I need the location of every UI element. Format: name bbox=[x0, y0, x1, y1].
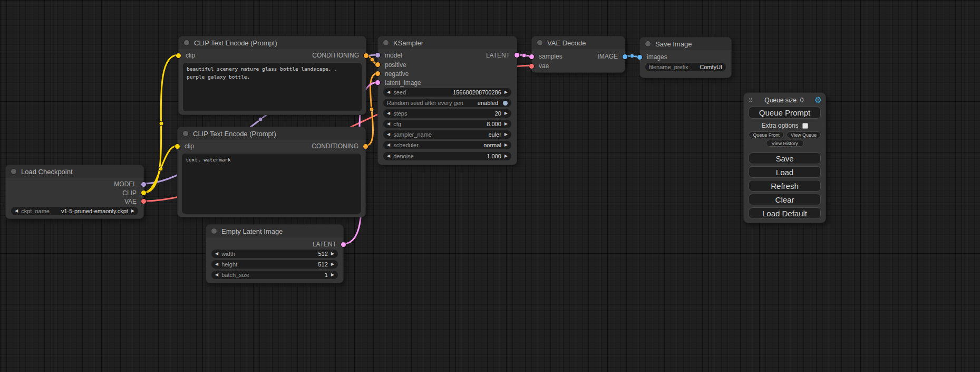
widget-value: 1 bbox=[325, 272, 328, 278]
decrement-arrow-icon[interactable]: ◀ bbox=[387, 152, 390, 160]
collapse-dot-icon[interactable] bbox=[537, 40, 542, 45]
collapse-dot-icon[interactable] bbox=[645, 41, 651, 46]
decrement-arrow-icon[interactable]: ◀ bbox=[387, 88, 390, 97]
input-slot-positive[interactable] bbox=[375, 62, 380, 67]
widget-width[interactable]: ◀ width 512 ▶ bbox=[211, 250, 338, 258]
queue-front-button[interactable]: Queue Front bbox=[749, 131, 784, 138]
output-slot-conditioning[interactable] bbox=[363, 144, 368, 149]
collapse-dot-icon[interactable] bbox=[183, 131, 188, 136]
decrement-arrow-icon[interactable]: ◀ bbox=[215, 271, 218, 279]
increment-arrow-icon[interactable]: ▶ bbox=[504, 152, 508, 160]
increment-arrow-icon[interactable]: ▶ bbox=[504, 88, 508, 97]
input-slot-clip[interactable] bbox=[176, 53, 181, 58]
drag-handle-icon[interactable]: ⠿ bbox=[748, 97, 754, 104]
increment-arrow-icon[interactable]: ▶ bbox=[331, 271, 334, 279]
load-button[interactable]: Load bbox=[749, 166, 821, 178]
node-title-bar[interactable]: CLIP Text Encode (Prompt) bbox=[178, 127, 365, 140]
widget-cfg[interactable]: ◀ cfg 8.000 ▶ bbox=[383, 120, 511, 128]
prompt-textarea[interactable]: text, watermark bbox=[182, 154, 361, 214]
widget-name: ckpt_name bbox=[21, 208, 50, 214]
node-vae-decode[interactable]: VAE Decode samples vae IMAGE bbox=[531, 36, 625, 73]
node-title-bar[interactable]: Load Checkpoint bbox=[6, 165, 143, 178]
toggle-knob-icon[interactable] bbox=[503, 101, 508, 106]
collapse-dot-icon[interactable] bbox=[184, 40, 189, 45]
widget-name: height bbox=[221, 261, 237, 268]
decrement-arrow-icon[interactable]: ◀ bbox=[215, 260, 218, 269]
collapse-dot-icon[interactable] bbox=[11, 169, 16, 174]
increment-arrow-icon[interactable]: ▶ bbox=[331, 250, 334, 258]
output-slot-latent[interactable] bbox=[515, 53, 519, 58]
widget-batch-size[interactable]: ◀ batch_size 1 ▶ bbox=[211, 271, 338, 279]
node-title-bar[interactable]: Empty Latent Image bbox=[206, 225, 343, 237]
load-default-button[interactable]: Load Default bbox=[749, 207, 821, 219]
decrement-arrow-icon[interactable]: ◀ bbox=[215, 250, 218, 258]
widget-sampler-name[interactable]: ◀ sampler_name euler ▶ bbox=[383, 130, 511, 139]
extra-options-row: Extra options bbox=[744, 122, 826, 129]
input-slot-model[interactable] bbox=[375, 53, 380, 58]
widget-random-seed-toggle[interactable]: Random seed after every gen enabled bbox=[383, 99, 511, 107]
node-clip-text-encode-negative[interactable]: CLIP Text Encode (Prompt) clip CONDITION… bbox=[177, 127, 366, 217]
widget-name: width bbox=[221, 251, 235, 257]
output-slot-model[interactable] bbox=[141, 182, 146, 187]
decrement-arrow-icon[interactable]: ◀ bbox=[387, 109, 390, 118]
decrement-arrow-icon[interactable]: ◀ bbox=[387, 120, 390, 128]
input-slot-clip[interactable] bbox=[175, 144, 180, 149]
widget-filename-prefix[interactable]: filename_prefix ComfyUI bbox=[645, 63, 726, 71]
collapse-dot-icon[interactable] bbox=[383, 40, 389, 45]
widget-height[interactable]: ◀ height 512 ▶ bbox=[211, 260, 338, 269]
input-slot-samples[interactable] bbox=[529, 54, 534, 59]
widget-value: 8.000 bbox=[487, 121, 501, 127]
node-load-checkpoint[interactable]: Load Checkpoint MODEL CLIP VAE ◀ ckpt_na… bbox=[5, 165, 144, 219]
output-slot-latent[interactable] bbox=[341, 242, 346, 247]
input-label-positive: positive bbox=[385, 61, 406, 69]
node-title-bar[interactable]: VAE Decode bbox=[532, 36, 625, 49]
input-slot-latent-image[interactable] bbox=[375, 80, 380, 85]
node-clip-text-encode-positive[interactable]: CLIP Text Encode (Prompt) clip CONDITION… bbox=[178, 36, 366, 115]
comfy-menu-panel[interactable]: ⠿ Queue size: 0 ⚙ Queue Prompt Extra opt… bbox=[743, 92, 826, 223]
output-slot-image[interactable] bbox=[623, 54, 627, 59]
widget-scheduler[interactable]: ◀ scheduler normal ▶ bbox=[383, 141, 511, 149]
widget-denoise[interactable]: ◀ denoise 1.000 ▶ bbox=[383, 152, 511, 160]
node-title-bar[interactable]: CLIP Text Encode (Prompt) bbox=[179, 36, 366, 49]
input-label-clip: clip bbox=[186, 51, 195, 60]
increment-arrow-icon[interactable]: ▶ bbox=[331, 260, 334, 269]
input-slot-images[interactable] bbox=[637, 55, 642, 60]
node-title: VAE Decode bbox=[547, 39, 586, 47]
node-save-image[interactable]: Save Image images filename_prefix ComfyU… bbox=[639, 37, 732, 78]
settings-gear-icon[interactable]: ⚙ bbox=[814, 96, 822, 104]
node-title-bar[interactable]: Save Image bbox=[640, 37, 731, 50]
decrement-arrow-icon[interactable]: ◀ bbox=[15, 207, 18, 215]
output-slot-clip[interactable] bbox=[141, 190, 146, 195]
widget-name: batch_size bbox=[221, 272, 249, 278]
increment-arrow-icon[interactable]: ▶ bbox=[504, 130, 508, 139]
increment-arrow-icon[interactable]: ▶ bbox=[504, 109, 508, 118]
output-label-latent: LATENT bbox=[313, 240, 336, 249]
node-ksampler[interactable]: KSampler model positive negative latent_… bbox=[377, 36, 517, 165]
node-empty-latent-image[interactable]: Empty Latent Image LATENT ◀ width 512 ▶ … bbox=[206, 224, 344, 283]
increment-arrow-icon[interactable]: ▶ bbox=[131, 207, 134, 215]
view-queue-button[interactable]: View Queue bbox=[787, 131, 821, 138]
extra-options-checkbox[interactable] bbox=[802, 123, 808, 129]
output-slot-vae[interactable] bbox=[141, 199, 146, 204]
node-graph-canvas[interactable]: Load Checkpoint MODEL CLIP VAE ◀ ckpt_na… bbox=[0, 0, 980, 372]
prompt-textarea[interactable]: beautiful scenery nature glass bottle la… bbox=[183, 63, 362, 111]
output-label-model: MODEL bbox=[114, 180, 137, 188]
refresh-button[interactable]: Refresh bbox=[749, 180, 821, 192]
output-slot-conditioning[interactable] bbox=[364, 53, 368, 58]
node-title-bar[interactable]: KSampler bbox=[378, 36, 517, 49]
input-slot-negative[interactable] bbox=[375, 71, 380, 76]
menu-header: ⠿ Queue size: 0 ⚙ bbox=[748, 96, 822, 105]
save-button[interactable]: Save bbox=[749, 152, 821, 164]
increment-arrow-icon[interactable]: ▶ bbox=[504, 141, 508, 149]
widget-steps[interactable]: ◀ steps 20 ▶ bbox=[383, 109, 511, 118]
view-history-button[interactable]: View History bbox=[766, 140, 804, 147]
increment-arrow-icon[interactable]: ▶ bbox=[504, 120, 508, 128]
widget-seed[interactable]: ◀ seed 156680208700286 ▶ bbox=[383, 88, 511, 97]
decrement-arrow-icon[interactable]: ◀ bbox=[387, 141, 390, 149]
widget-ckpt-name[interactable]: ◀ ckpt_name v1-5-pruned-emaonly.ckpt ▶ bbox=[11, 207, 138, 215]
queue-prompt-button[interactable]: Queue Prompt bbox=[749, 107, 821, 119]
decrement-arrow-icon[interactable]: ◀ bbox=[387, 130, 390, 139]
clear-button[interactable]: Clear bbox=[749, 194, 821, 205]
collapse-dot-icon[interactable] bbox=[211, 228, 217, 234]
input-slot-vae[interactable] bbox=[529, 64, 534, 69]
